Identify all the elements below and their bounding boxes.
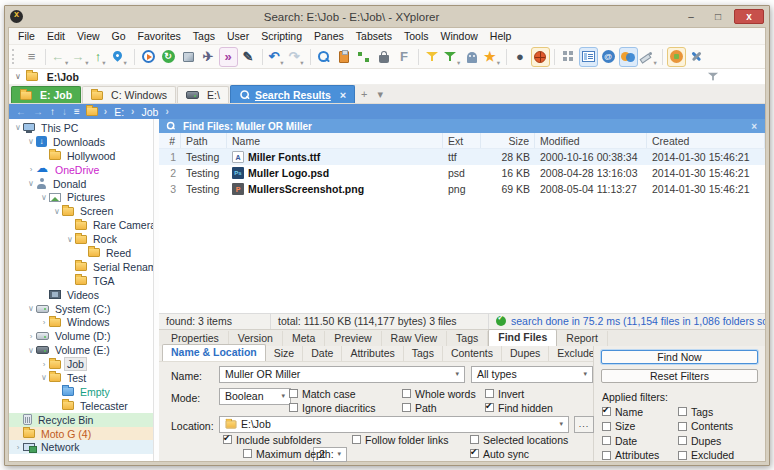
name-input[interactable]: Muller OR Miller▾ <box>219 366 465 383</box>
sidebar-item-recycle-bin[interactable]: Recycle Bin <box>9 413 153 427</box>
grid-view-icon[interactable] <box>559 47 578 67</box>
paste-icon[interactable] <box>335 47 354 67</box>
dark-mode-icon[interactable]: ● <box>511 47 530 67</box>
minimize-button[interactable]: – <box>680 9 702 24</box>
go-to-icon[interactable] <box>139 47 158 67</box>
file-row-muller-logo-psd[interactable]: 2TestingMuller Logo.psdpsd16 KB2008-04-2… <box>159 165 765 181</box>
sidebar-item-donald[interactable]: ∨Donald <box>9 177 153 191</box>
ball-icon[interactable] <box>531 47 550 67</box>
sidebar-item-screen[interactable]: ∨Screen <box>9 204 153 218</box>
chevron-down-icon[interactable]: ▾ <box>579 370 587 378</box>
send-icon[interactable]: ✈ <box>199 47 218 67</box>
chevron-down-icon[interactable]: ▾ <box>277 392 285 400</box>
menu-user[interactable]: User <box>221 28 255 45</box>
checkbox-dupes[interactable]: Dupes <box>678 435 754 447</box>
redo-icon[interactable]: ↷▾ <box>287 47 306 67</box>
menu-window[interactable]: Window <box>435 28 484 45</box>
tree-expander-icon[interactable]: ∨ <box>39 193 49 202</box>
column-header-num[interactable]: # <box>159 133 181 148</box>
sidebar-item-pictures[interactable]: ∨Pictures <box>9 190 153 204</box>
color-filter-icon[interactable] <box>619 47 638 67</box>
checkbox-attributes[interactable]: Attributes <box>602 449 678 461</box>
down-icon[interactable]: ↓ <box>62 107 67 117</box>
menu-tags[interactable]: Tags <box>187 28 221 45</box>
sidebar-item-network[interactable]: ›Network <box>9 440 153 454</box>
up-icon[interactable]: ↑ <box>50 107 55 117</box>
details-view-icon[interactable] <box>579 47 598 67</box>
subtab-size[interactable]: Size <box>266 346 303 361</box>
address-path[interactable]: E:\Job <box>47 71 79 83</box>
menu-view[interactable]: View <box>71 28 106 45</box>
tree-expander-icon[interactable]: › <box>13 443 23 452</box>
mode-select[interactable]: Boolean▾ <box>219 388 291 405</box>
tab-meta[interactable]: Meta <box>283 331 325 346</box>
sidebar-item-empty[interactable]: Empty <box>9 385 153 399</box>
subtab-attributes[interactable]: Attributes <box>342 346 403 361</box>
back-icon[interactable]: ← <box>16 107 26 117</box>
undo-icon[interactable]: ↶▾ <box>267 47 286 67</box>
tab-e-job[interactable]: E: Job <box>11 86 81 103</box>
close-button[interactable]: x <box>734 9 764 24</box>
tree-expander-icon[interactable]: › <box>26 165 36 174</box>
search-icon[interactable] <box>315 47 334 67</box>
visual-filter-icon[interactable] <box>708 72 718 81</box>
refresh-icon[interactable] <box>159 47 178 67</box>
sidebar-item-job[interactable]: ›Job <box>9 357 153 371</box>
ghost-icon[interactable] <box>463 47 482 67</box>
checkbox-ignore-diacritics[interactable]: Ignore diacritics <box>289 402 376 414</box>
reset-filters-button[interactable]: Reset Filters <box>601 369 758 383</box>
gear-badge-icon[interactable] <box>599 47 618 67</box>
tree-expander-icon[interactable]: ∨ <box>65 235 75 244</box>
tab-raw-view[interactable]: Raw View <box>382 331 448 346</box>
subtab-dupes[interactable]: Dupes <box>502 346 549 361</box>
menu-go[interactable]: Go <box>106 28 132 45</box>
sidebar-item-volume-d[interactable]: ›Volume (D:) <box>9 329 153 343</box>
tab-close-icon[interactable]: × <box>340 89 346 101</box>
chevron-down-icon[interactable]: ▾ <box>555 420 563 428</box>
sidebar-item-moto-g-4[interactable]: Moto G (4) <box>9 427 153 441</box>
file-row-mullersscreenshot-png[interactable]: 3TestingMullersScreenshot.pngpng69 KB200… <box>159 181 765 197</box>
menu-tools[interactable]: Tools <box>398 28 435 45</box>
menu-edit[interactable]: Edit <box>41 28 71 45</box>
bag-icon[interactable] <box>375 47 394 67</box>
flag-icon[interactable]: F <box>395 47 414 67</box>
column-header-path[interactable]: Path <box>181 133 227 148</box>
tab-c-windows[interactable]: C: Windows <box>82 86 176 103</box>
sidebar-item-test[interactable]: ∨Test <box>9 371 153 385</box>
settings-circle-icon[interactable] <box>667 47 686 67</box>
sidebar-item-rare-cameras[interactable]: Rare Cameras <box>9 218 153 232</box>
breadcrumb-folder-icon[interactable] <box>86 107 98 116</box>
sidebar-item-reed[interactable]: Reed <box>9 246 153 260</box>
file-type-select[interactable]: All types▾ <box>471 366 593 383</box>
subtab-tags[interactable]: Tags <box>404 346 443 361</box>
checkbox-name[interactable]: Name <box>602 406 678 418</box>
tree-config-icon[interactable] <box>355 47 374 67</box>
location-pin-icon[interactable]: ▾ <box>111 47 130 67</box>
tab-e[interactable]: E:\ <box>177 86 229 103</box>
browse-button[interactable]: ... <box>574 416 594 433</box>
checkbox-date[interactable]: Date <box>602 435 678 447</box>
checkbox-whole-words[interactable]: Whole words <box>402 388 476 400</box>
tab-tags[interactable]: Tags <box>447 331 488 346</box>
file-row-miller-fonts-ttf[interactable]: 1TestingMiller Fonts.ttfttf28 KB2000-10-… <box>159 149 765 165</box>
tree-expander-icon[interactable]: ∨ <box>26 179 36 188</box>
checkbox-tags[interactable]: Tags <box>678 406 754 418</box>
favorites-star-icon[interactable]: ★▾ <box>483 47 502 67</box>
double-chevron-icon[interactable]: » <box>219 47 238 67</box>
checkbox-match-case[interactable]: Match case <box>289 388 356 400</box>
menu-scripting[interactable]: Scripting <box>255 28 308 45</box>
menu-toggle-icon[interactable]: ≡ <box>22 47 41 67</box>
checkbox-path[interactable]: Path <box>402 402 437 414</box>
maximize-button[interactable]: □ <box>707 9 729 24</box>
checkbox-excluded[interactable]: Excluded <box>678 449 754 461</box>
subtab-date[interactable]: Date <box>303 346 342 361</box>
edit-pen-icon[interactable]: ✎ <box>239 47 258 67</box>
checkbox-invert[interactable]: Invert <box>485 388 524 400</box>
chevron-down-icon[interactable]: ▾ <box>451 370 459 378</box>
breadcrumb-e[interactable]: E: <box>114 106 124 118</box>
filter-green-icon[interactable]: ▾ <box>443 47 462 67</box>
sidebar-item-windows[interactable]: ›Windows <box>9 315 153 329</box>
sidebar-item-system-c[interactable]: ∨System (C:) <box>9 302 153 316</box>
checkbox-contents[interactable]: Contents <box>678 420 754 432</box>
location-input[interactable]: E:\Job▾ <box>219 416 569 433</box>
